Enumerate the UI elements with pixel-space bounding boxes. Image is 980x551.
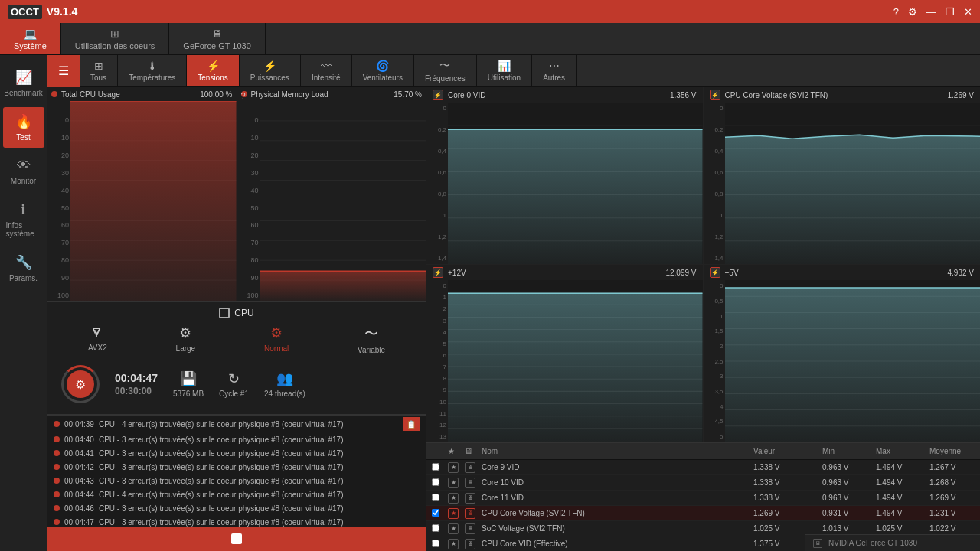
core0vid-graph	[448, 103, 703, 264]
cpucorevoltage-yaxis: 1,4 1,2 1 0,8 0,6 0,4 0,2 0	[704, 103, 725, 264]
error-log[interactable]: 00:04:39 CPU - 4 erreur(s) trouvée(s) su…	[47, 415, 426, 527]
sub-tab-temperatures[interactable]: 🌡 Températures	[118, 55, 187, 86]
table-row: ★ 🖥 Core 9 VID 1.338 V 0.963 V 1.494 V 1…	[426, 460, 980, 475]
tab-systeme[interactable]: 💻 Système	[0, 23, 61, 54]
cpucorevoltage-title: CPU Core Voltage (SVI2 TFN)	[725, 91, 948, 99]
sub-tab-autres[interactable]: ⋯ Autres	[532, 55, 577, 86]
cpu-chart-graph	[70, 101, 237, 301]
sidebar-item-monitor[interactable]: 👁 Monitor	[3, 152, 44, 191]
cpu-chip-icon	[219, 308, 230, 318]
sidebar-item-params[interactable]: 🔧 Params.	[3, 248, 44, 289]
monitor-cell-icon: 🖥	[465, 523, 475, 534]
cpu-option-normal[interactable]: ⚙ Normal	[264, 324, 289, 354]
core0vid-yaxis: 1,4 1,2 1 0,8 0,6 0,4 0,2 0	[426, 103, 448, 264]
test-icon: 🔥	[15, 113, 32, 130]
large-label: Large	[176, 344, 196, 353]
plus12v-title: +12V	[448, 269, 665, 277]
td-check[interactable]	[426, 524, 445, 533]
voltage-charts: ⚡ Core 0 VID 1.356 V 1,4 1,2 1 0,8 0,6 0…	[426, 87, 980, 443]
minimize-icon[interactable]: —	[926, 6, 936, 18]
sidebar-item-test[interactable]: 🔥 Test	[3, 107, 44, 148]
star-icon: ★	[448, 493, 459, 504]
stop-button[interactable]	[47, 527, 426, 551]
list-item: 00:04:40 CPU - 3 erreur(s) trouvée(s) su…	[47, 432, 426, 446]
sub-tab-puissances[interactable]: ⚡ Puissances	[240, 55, 301, 86]
td-avg: 1.022 V	[926, 524, 980, 533]
infos-icon: ℹ	[21, 201, 26, 218]
benchmark-label: Benchmark	[4, 89, 43, 97]
memory-value: 5376 MB	[173, 390, 204, 398]
td-check[interactable]	[426, 494, 445, 503]
star-icon: ★	[448, 462, 459, 473]
sub-tab-utilisation[interactable]: 📊 Utilisation	[477, 55, 532, 86]
ventilateurs-label: Ventilateurs	[363, 73, 403, 82]
settings-icon[interactable]: ⚙	[908, 6, 917, 18]
sub-tab-frequences[interactable]: 〜 Fréquences	[414, 55, 477, 86]
svg-marker-33	[725, 135, 981, 264]
cpu-option-variable[interactable]: 〜 Variable	[358, 324, 385, 354]
tab-coeurs[interactable]: ⊞ Utilisation des coeurs	[61, 23, 170, 54]
row-checkbox[interactable]	[432, 463, 439, 471]
error-dot	[54, 450, 60, 456]
core0vid-chart: ⚡ Core 0 VID 1.356 V 1,4 1,2 1 0,8 0,6 0…	[426, 87, 704, 265]
copy-error-button[interactable]: 📋	[403, 417, 420, 431]
row-checkbox[interactable]	[432, 524, 439, 532]
core0vid-header: ⚡ Core 0 VID 1.356 V	[426, 87, 703, 103]
plus5v-yaxis: 5 4,5 4 3,5 3 2,5 2 1,5 1 0,5 0	[704, 280, 725, 442]
list-item: 00:04:47 CPU - 3 erreur(s) trouvée(s) su…	[47, 515, 426, 527]
td-min: 0.963 V	[819, 494, 873, 502]
app-logo: OCCT V9.1.4	[8, 5, 77, 19]
cycle-stat: ↻ Cycle #1	[219, 370, 249, 398]
list-item: 00:04:46 CPU - 3 erreur(s) trouvée(s) su…	[47, 501, 426, 515]
avx2-icon: ⛛	[90, 324, 104, 341]
logo-text: OCCT	[8, 5, 42, 19]
intensite-icon: 〰	[321, 60, 332, 72]
td-star: ★	[445, 493, 462, 504]
monitor-cell-icon: 🖥	[465, 478, 475, 488]
main-tabs: 💻 Système ⊞ Utilisation des coeurs 🖥 GeF…	[0, 23, 980, 55]
td-check[interactable]	[426, 478, 445, 487]
variable-icon: 〜	[364, 324, 378, 343]
window-controls: ? ⚙ — ❐ ✕	[893, 6, 972, 18]
row-checkbox[interactable]	[432, 478, 439, 486]
td-min: 0.963 V	[819, 478, 873, 487]
hamburger-menu[interactable]: ☰	[47, 55, 80, 87]
cpu-option-large[interactable]: ⚙ Large	[176, 324, 196, 354]
monitor-label: Monitor	[11, 177, 36, 185]
sidebar-item-benchmark[interactable]: 📈 Benchmark	[3, 63, 44, 103]
td-check[interactable]	[426, 509, 445, 518]
td-check[interactable]	[426, 540, 445, 549]
row-checkbox[interactable]	[432, 509, 439, 517]
td-check[interactable]	[426, 463, 445, 472]
error-dot	[54, 421, 60, 427]
maximize-icon[interactable]: ❐	[946, 6, 955, 18]
list-item: 00:04:44 CPU - 4 erreur(s) trouvée(s) su…	[47, 487, 426, 501]
tab-geforce[interactable]: 🖥 GeForce GT 1030	[169, 23, 265, 54]
sub-tab-intensite[interactable]: 〰 Intensité	[301, 55, 352, 86]
td-value: 1.338 V	[750, 494, 819, 502]
help-icon[interactable]: ?	[893, 6, 899, 18]
autres-label: Autres	[543, 73, 565, 82]
table-row: ★ 🖥 Core 11 VID 1.338 V 0.963 V 1.494 V …	[426, 491, 980, 506]
row-checkbox[interactable]	[432, 540, 439, 547]
cpu-panel: CPU ⛛ AVX2 ⚙ Large ⚙ Normal 〜 Variable	[47, 302, 426, 415]
error-dot	[54, 478, 60, 484]
td-min: 0.963 V	[819, 463, 873, 471]
core0vid-icon: ⚡	[433, 90, 443, 100]
th-nom: Nom	[479, 447, 750, 455]
th-moyenne: Moyenne	[926, 447, 980, 455]
row-checkbox[interactable]	[432, 494, 439, 501]
th-max: Max	[873, 447, 926, 455]
sidebar-item-infos[interactable]: ℹ Infos système	[3, 195, 44, 244]
error-msg: CPU - 4 erreur(s) trouvée(s) sur le coeu…	[99, 491, 420, 499]
cpu-chart-label: Total CPU Usage	[61, 90, 196, 99]
sub-tab-ventilateurs[interactable]: 🌀 Ventilateurs	[352, 55, 414, 86]
plus12v-body: 13 12 11 10 9 8 7 6 5 4 3 2 1 0	[426, 280, 703, 442]
spinner-inner: ⚙	[67, 370, 94, 398]
td-mon: 🖥	[462, 508, 479, 519]
sub-tab-tous[interactable]: ⊞ Tous	[80, 55, 118, 86]
close-icon[interactable]: ✕	[964, 6, 972, 18]
sub-tab-tensions[interactable]: ⚡ Tensions	[187, 55, 239, 86]
td-star: ★	[445, 523, 462, 534]
cpu-option-avx2[interactable]: ⛛ AVX2	[88, 324, 107, 354]
